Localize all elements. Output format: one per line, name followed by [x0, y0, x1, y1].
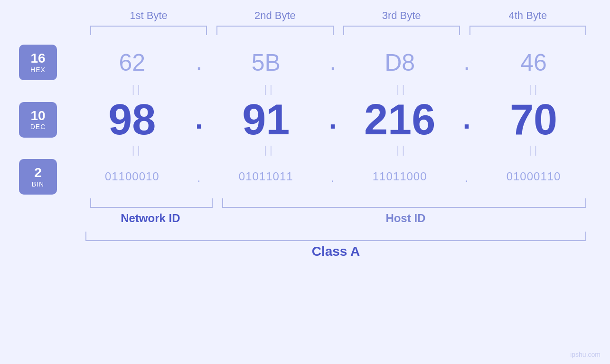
sep1-b3: ||: [346, 83, 459, 95]
byte4-header: 4th Byte: [465, 9, 591, 26]
bin-row-group: 2 BIN 01100010 . 01011011 . 11011000 .: [19, 159, 591, 195]
watermark: ipshu.com: [570, 351, 601, 358]
sep1-dot3: [459, 83, 478, 95]
sep-row-1: || || || ||: [19, 83, 591, 95]
sep2-b4: ||: [478, 144, 591, 156]
sep1-b4: ||: [478, 83, 591, 95]
dec-b1: 98: [108, 96, 156, 143]
hex-dot1: .: [189, 47, 208, 78]
hex-base-num: 16: [30, 51, 45, 66]
hex-b2: 5B: [252, 49, 281, 76]
top-bracket-1: [90, 26, 207, 35]
dec-value-row: 98 . 91 . 216 . 70: [75, 98, 591, 141]
hex-value-row: 62 . 5B . D8 . 46: [75, 47, 591, 78]
byte3-header: 3rd Byte: [338, 9, 465, 26]
bottom-labels-row: Network ID Host ID: [19, 210, 591, 227]
dec-b3-cell: 216: [342, 98, 457, 141]
hex-badge: 16 HEX: [19, 45, 57, 80]
bin-b1: 01100010: [105, 170, 160, 183]
dec-b4: 70: [510, 96, 557, 143]
bin-dot3: .: [457, 166, 476, 188]
bin-base-num: 2: [34, 166, 42, 180]
byte2-header: 2nd Byte: [212, 9, 338, 26]
host-id-label: Host ID: [220, 210, 591, 227]
hex-b3: D8: [385, 49, 415, 76]
dec-b3: 216: [364, 96, 435, 143]
dec-b2-cell: 91: [208, 98, 323, 141]
hex-dot2: .: [323, 47, 342, 78]
host-bracket: [222, 198, 586, 208]
hex-b1-cell: 62: [75, 48, 189, 77]
top-bracket-4: [469, 26, 586, 35]
hex-badge-wrapper: 16 HEX: [19, 45, 75, 80]
class-section: Class A: [19, 232, 591, 259]
byte-headers: 1st Byte 2nd Byte 3rd Byte 4th Byte: [19, 9, 591, 26]
hex-b4: 46: [520, 49, 547, 76]
bin-value-row: 01100010 . 01011011 . 11011000 . 0100011…: [75, 166, 591, 188]
bin-b4-cell: 01000110: [476, 170, 591, 184]
main-container: 1st Byte 2nd Byte 3rd Byte 4th Byte 16 H…: [0, 0, 610, 364]
sep1-b2: ||: [213, 83, 327, 95]
hex-dot3: .: [457, 47, 476, 78]
bin-b2-cell: 01011011: [208, 170, 323, 184]
dec-base-label: DEC: [30, 123, 46, 131]
bin-b4: 01000110: [507, 170, 561, 183]
sep2-dot2: [327, 144, 346, 156]
dec-badge-wrapper: 10 DEC: [19, 102, 75, 138]
sep2-b3: ||: [346, 144, 459, 156]
hex-b1: 62: [119, 49, 145, 76]
bin-badge: 2 BIN: [19, 159, 57, 195]
bin-b3-cell: 11011000: [342, 170, 457, 184]
sep2-b1: ||: [81, 144, 194, 156]
class-bracket: [85, 232, 586, 241]
dec-b4-cell: 70: [476, 98, 591, 141]
dec-dot2: .: [323, 103, 342, 137]
top-bracket-2: [216, 26, 333, 35]
hex-b2-cell: 5B: [208, 48, 323, 77]
bin-b3: 11011000: [373, 170, 427, 183]
bottom-section: Network ID Host ID: [19, 198, 591, 227]
sep-row-2: || || || ||: [19, 144, 591, 156]
dec-base-num: 10: [30, 109, 45, 123]
bin-b2: 01011011: [239, 170, 293, 183]
sep2-dot3: [459, 144, 478, 156]
sep1-dot1: [194, 83, 213, 95]
dec-b2: 91: [242, 96, 290, 143]
dec-row-group: 10 DEC 98 . 91 . 216 . 70: [19, 98, 591, 141]
bin-dot1: .: [189, 166, 208, 188]
sep1-dot2: [327, 83, 346, 95]
dec-b1-cell: 98: [75, 98, 189, 141]
network-bracket: [90, 198, 213, 208]
class-label: Class A: [81, 244, 591, 259]
bin-b1-cell: 01100010: [75, 170, 189, 184]
hex-base-label: HEX: [30, 66, 46, 74]
bin-badge-wrapper: 2 BIN: [19, 159, 75, 195]
hex-b4-cell: 46: [476, 48, 591, 77]
bin-dot2: .: [323, 166, 342, 188]
network-id-label: Network ID: [81, 210, 220, 227]
byte1-header: 1st Byte: [85, 9, 212, 26]
top-brackets: [19, 26, 591, 35]
dec-dot1: .: [189, 103, 208, 137]
bottom-brackets-row: [19, 198, 591, 208]
hex-row-group: 16 HEX 62 . 5B . D8 . 46: [19, 45, 591, 80]
bin-base-label: BIN: [32, 180, 44, 188]
sep2-b2: ||: [213, 144, 327, 156]
dec-badge: 10 DEC: [19, 102, 57, 138]
top-bracket-3: [343, 26, 460, 35]
dec-dot3: .: [457, 103, 476, 137]
sep2-dot1: [194, 144, 213, 156]
sep1-b1: ||: [81, 83, 194, 95]
hex-b3-cell: D8: [342, 48, 457, 77]
